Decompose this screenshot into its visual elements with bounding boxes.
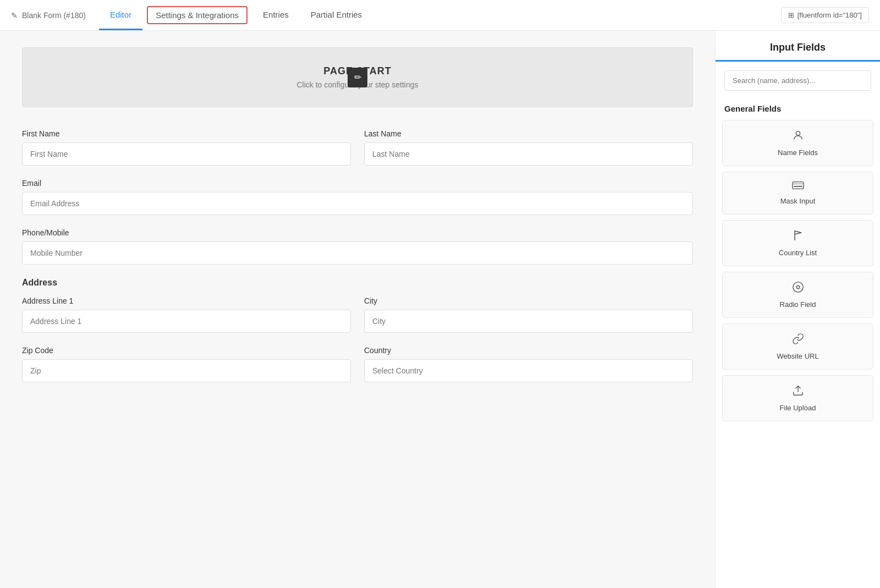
- country-label: Country: [364, 346, 693, 355]
- email-row: Email: [22, 179, 693, 215]
- tab-partial-entries[interactable]: Partial Entries: [300, 0, 373, 30]
- page-start-banner[interactable]: PAGE START Click to configure your step …: [22, 47, 693, 107]
- radio-icon: [792, 281, 804, 296]
- field-card-country-list[interactable]: Country List: [722, 220, 873, 266]
- field-card-radio-field[interactable]: Radio Field: [722, 272, 873, 318]
- form-editor: PAGE START Click to configure your step …: [0, 31, 715, 588]
- phone-label: Phone/Mobile: [22, 228, 693, 237]
- main-layout: PAGE START Click to configure your step …: [0, 31, 880, 588]
- tab-settings[interactable]: Settings & Integrations: [147, 6, 248, 24]
- name-row: First Name Last Name: [22, 129, 693, 166]
- form-title: Blank Form (#180): [22, 11, 86, 20]
- field-card-website-url-label: Website URL: [777, 352, 818, 360]
- tab-editor[interactable]: Editor: [99, 0, 142, 30]
- link-icon: [792, 333, 804, 348]
- sidebar-title: Input Fields: [727, 42, 869, 53]
- field-card-country-list-label: Country List: [779, 249, 817, 257]
- field-card-website-url[interactable]: Website URL: [722, 323, 873, 370]
- sidebar-header: Input Fields: [716, 31, 880, 62]
- form-icon: ✎: [11, 11, 18, 20]
- country-input[interactable]: [364, 359, 693, 382]
- email-group: Email: [22, 179, 693, 215]
- address-line1-label: Address Line 1: [22, 296, 351, 305]
- nav-tabs: Editor Settings & Integrations Entries P…: [99, 0, 781, 30]
- field-card-file-upload-label: File Upload: [780, 404, 816, 412]
- top-nav: ✎ Blank Form (#180) Editor Settings & In…: [0, 0, 880, 31]
- field-card-file-upload[interactable]: File Upload: [722, 375, 873, 421]
- city-input[interactable]: [364, 310, 693, 333]
- svg-point-10: [796, 285, 800, 289]
- first-name-group: First Name: [22, 129, 351, 166]
- shortcode-icon: ⊞: [788, 11, 794, 19]
- address-section-title: Address: [22, 278, 693, 288]
- city-group: City: [364, 296, 693, 333]
- right-sidebar: Input Fields General Fields Name Fields: [715, 31, 880, 588]
- address-line1-input[interactable]: [22, 310, 351, 333]
- edit-icon[interactable]: ✏: [348, 68, 367, 87]
- person-icon: [792, 129, 804, 144]
- last-name-group: Last Name: [364, 129, 693, 166]
- first-name-input[interactable]: [22, 142, 351, 166]
- svg-rect-1: [792, 182, 803, 189]
- address-city-row: Address Line 1 City: [22, 296, 693, 333]
- zip-group: Zip Code: [22, 346, 351, 382]
- last-name-input[interactable]: [364, 142, 693, 166]
- sidebar-fields-list: Name Fields Mask Input: [716, 120, 880, 421]
- city-label: City: [364, 296, 693, 305]
- tab-entries[interactable]: Entries: [252, 0, 300, 30]
- field-card-mask-input-label: Mask Input: [780, 197, 816, 205]
- email-label: Email: [22, 179, 693, 188]
- zip-input[interactable]: [22, 359, 351, 382]
- field-card-mask-input[interactable]: Mask Input: [722, 172, 873, 215]
- phone-input[interactable]: [22, 241, 693, 265]
- general-fields-title: General Fields: [716, 100, 880, 120]
- field-card-name-fields-label: Name Fields: [778, 149, 818, 157]
- first-name-label: First Name: [22, 129, 351, 138]
- svg-point-0: [796, 131, 800, 135]
- shortcode-display: ⊞ [fluentform id="180"]: [781, 7, 869, 23]
- last-name-label: Last Name: [364, 129, 693, 138]
- address-line1-group: Address Line 1: [22, 296, 351, 333]
- upload-icon: [792, 384, 804, 399]
- keyboard-icon: [792, 181, 804, 193]
- sidebar-search-input[interactable]: [724, 70, 871, 91]
- brand-label: ✎ Blank Form (#180): [11, 11, 86, 20]
- sidebar-search-wrapper: [724, 70, 871, 91]
- email-input[interactable]: [22, 192, 693, 215]
- phone-row: Phone/Mobile: [22, 228, 693, 265]
- flag-icon: [793, 229, 804, 244]
- field-card-radio-field-label: Radio Field: [780, 300, 816, 309]
- zip-label: Zip Code: [22, 346, 351, 355]
- country-group: Country: [364, 346, 693, 382]
- field-card-name-fields[interactable]: Name Fields: [722, 120, 873, 166]
- svg-point-9: [793, 282, 802, 292]
- phone-group: Phone/Mobile: [22, 228, 693, 265]
- zip-country-row: Zip Code Country: [22, 346, 693, 382]
